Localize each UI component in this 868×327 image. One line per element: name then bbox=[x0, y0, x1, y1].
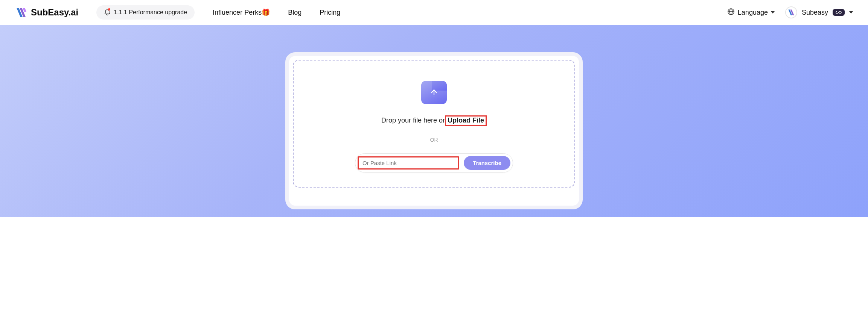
language-label: Language bbox=[738, 9, 768, 17]
or-separator: OR bbox=[309, 137, 559, 143]
chevron-down-icon bbox=[849, 11, 853, 14]
nav-influencer-perks[interactable]: Influencer Perks🎁 bbox=[213, 8, 270, 17]
nav: Influencer Perks🎁 Blog Pricing bbox=[213, 8, 340, 17]
upload-file-highlight: Upload File bbox=[445, 115, 487, 126]
logo-text: SubEasy.ai bbox=[31, 7, 78, 18]
svg-point-3 bbox=[434, 96, 434, 97]
paste-link-row: Transcribe bbox=[355, 153, 513, 173]
gift-icon: 🎁 bbox=[262, 8, 270, 17]
nav-pricing[interactable]: Pricing bbox=[320, 9, 340, 17]
notification-text: 1.1.1 Performance upgrade bbox=[114, 9, 187, 16]
hero-section: Drop your file here or Upload File OR Tr… bbox=[0, 25, 868, 217]
logo[interactable]: SubEasy.ai bbox=[15, 6, 78, 18]
transcribe-button[interactable]: Transcribe bbox=[464, 156, 510, 170]
paste-input-highlight bbox=[358, 156, 459, 170]
user-menu[interactable]: Subeasy bbox=[785, 6, 853, 18]
drop-text: Drop your file here or Upload File bbox=[309, 115, 559, 126]
chevron-down-icon bbox=[771, 11, 775, 14]
drop-zone[interactable]: Drop your file here or Upload File OR Tr… bbox=[293, 60, 575, 188]
avatar bbox=[785, 6, 797, 18]
upload-folder-icon bbox=[421, 81, 447, 104]
bell-icon bbox=[104, 9, 111, 16]
upload-card: Drop your file here or Upload File OR Tr… bbox=[285, 52, 583, 209]
plan-badge-icon bbox=[833, 9, 845, 16]
arrow-up-icon bbox=[430, 89, 438, 98]
language-select[interactable]: Language bbox=[727, 8, 775, 17]
header: SubEasy.ai 1.1.1 Performance upgrade Inf… bbox=[0, 0, 868, 25]
upload-file-link[interactable]: Upload File bbox=[448, 117, 484, 124]
paste-link-input[interactable] bbox=[359, 157, 458, 168]
globe-icon bbox=[727, 8, 735, 17]
logo-icon bbox=[15, 6, 27, 18]
nav-blog[interactable]: Blog bbox=[288, 9, 302, 17]
notification-pill[interactable]: 1.1.1 Performance upgrade bbox=[96, 5, 195, 20]
user-name: Subeasy bbox=[802, 9, 828, 17]
